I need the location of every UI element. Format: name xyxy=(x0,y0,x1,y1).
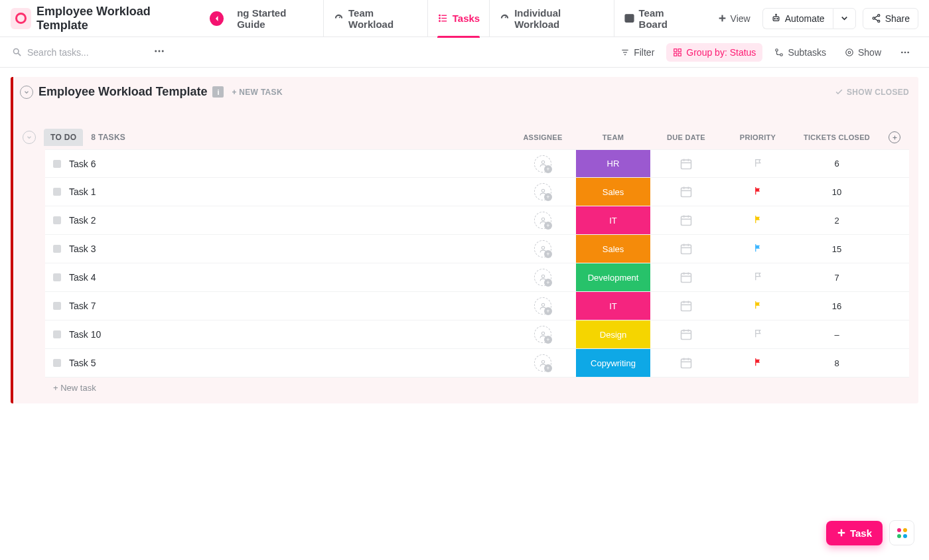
show-closed-button[interactable]: SHOW CLOSED xyxy=(835,88,909,97)
svg-rect-72 xyxy=(681,330,691,339)
section-new-task-button[interactable]: + NEW TASK xyxy=(232,88,282,97)
section-title: Employee Workload Template xyxy=(38,85,207,99)
task-name-cell[interactable]: Task 4 xyxy=(45,263,510,291)
due-date-button[interactable] xyxy=(679,157,693,171)
task-checkbox[interactable] xyxy=(53,245,61,253)
team-cell[interactable]: Sales xyxy=(576,235,650,263)
due-date-button[interactable] xyxy=(679,299,693,313)
due-date-button[interactable] xyxy=(679,214,693,227)
team-cell[interactable]: Development xyxy=(576,263,650,291)
table-header: TO DO 8 TASKS ASSIGNEE TEAM DUE DATE PRI… xyxy=(23,125,909,149)
tab-tasks[interactable]: Tasks xyxy=(427,0,489,37)
task-checkbox[interactable] xyxy=(53,188,61,196)
groupby-button[interactable]: Group by: Status xyxy=(666,43,762,62)
priority-flag-button[interactable] xyxy=(753,158,763,170)
priority-flag-button[interactable] xyxy=(753,186,763,198)
col-header-priority[interactable]: PRIORITY xyxy=(722,133,794,141)
add-column-button[interactable] xyxy=(889,131,900,143)
assignee-add-button[interactable]: + xyxy=(534,326,551,343)
priority-flag-button[interactable] xyxy=(753,328,763,340)
team-chip: Sales xyxy=(576,178,650,206)
label: View xyxy=(731,13,750,24)
tickets-cell[interactable]: 15 xyxy=(794,235,880,263)
assignee-add-button[interactable]: + xyxy=(534,354,551,372)
svg-rect-1 xyxy=(441,15,447,16)
assignee-add-button[interactable]: + xyxy=(534,297,551,315)
filter-button[interactable]: Filter xyxy=(614,43,661,62)
due-date-button[interactable] xyxy=(679,328,693,341)
priority-flag-button[interactable] xyxy=(753,300,763,312)
assignee-add-button[interactable]: + xyxy=(534,212,551,229)
status-collapse-button[interactable] xyxy=(23,131,36,144)
tab-team-board[interactable]: Team Board xyxy=(614,0,702,37)
assignee-add-button[interactable]: + xyxy=(534,269,551,286)
nav-prev-button[interactable] xyxy=(210,11,224,26)
priority-flag-button[interactable] xyxy=(753,357,763,369)
col-header-team[interactable]: TEAM xyxy=(576,133,650,141)
board-icon xyxy=(624,13,635,24)
team-cell[interactable]: HR xyxy=(576,150,650,177)
tickets-cell[interactable]: – xyxy=(794,320,880,348)
tickets-cell[interactable]: 10 xyxy=(794,178,880,206)
top-bar: Employee Workload Template ng Started Gu… xyxy=(0,0,929,37)
new-task-row-button[interactable]: + New task xyxy=(23,378,909,397)
task-name: Task 2 xyxy=(69,215,96,226)
section-collapse-button[interactable] xyxy=(20,86,33,99)
priority-flag-button[interactable] xyxy=(753,243,763,255)
priority-flag-button[interactable] xyxy=(753,271,763,283)
tickets-cell[interactable]: 7 xyxy=(794,263,880,291)
svg-rect-31 xyxy=(678,53,681,56)
due-date-button[interactable] xyxy=(679,185,693,198)
workspace-icon[interactable] xyxy=(11,8,31,29)
priority-flag-button[interactable] xyxy=(753,214,763,226)
team-cell[interactable]: Copywriting xyxy=(576,349,650,377)
assignee-add-button[interactable]: + xyxy=(534,155,551,173)
assignee-add-button[interactable]: + xyxy=(534,183,551,200)
automate-dropdown-button[interactable] xyxy=(833,8,856,29)
team-cell[interactable]: Sales xyxy=(576,178,650,206)
task-name-cell[interactable]: Task 5 xyxy=(45,349,510,377)
info-icon[interactable]: i xyxy=(212,86,224,98)
tickets-cell[interactable]: 8 xyxy=(794,349,880,377)
svg-point-76 xyxy=(541,360,544,363)
toolbar-more-button[interactable] xyxy=(893,43,917,62)
task-checkbox[interactable] xyxy=(53,273,61,281)
task-name-cell[interactable]: Task 2 xyxy=(45,206,510,234)
automate-button[interactable]: Automate xyxy=(762,8,833,29)
tickets-cell[interactable]: 2 xyxy=(794,206,880,234)
task-checkbox[interactable] xyxy=(53,330,61,338)
tab-getting-started[interactable]: ng Started Guide xyxy=(228,0,323,37)
col-header-assignee[interactable]: ASSIGNEE xyxy=(510,133,576,141)
share-button[interactable]: Share xyxy=(863,8,918,29)
task-checkbox[interactable] xyxy=(53,216,61,224)
due-date-button[interactable] xyxy=(679,242,693,255)
search-input[interactable] xyxy=(27,47,140,58)
tickets-cell[interactable]: 16 xyxy=(794,292,880,320)
task-checkbox[interactable] xyxy=(53,359,61,367)
col-header-due[interactable]: DUE DATE xyxy=(650,133,722,141)
due-date-button[interactable] xyxy=(679,356,693,370)
subtasks-button[interactable]: Subtasks xyxy=(768,43,833,62)
task-checkbox[interactable] xyxy=(53,302,61,310)
tab-individual-workload[interactable]: Individual Workload xyxy=(489,0,613,37)
task-name-cell[interactable]: Task 6 xyxy=(45,150,510,177)
task-name-cell[interactable]: Task 10 xyxy=(45,320,510,348)
task-name-cell[interactable]: Task 7 xyxy=(45,292,510,320)
team-cell[interactable]: Design xyxy=(576,320,650,348)
more-button[interactable] xyxy=(148,42,171,62)
assignee-add-button[interactable]: + xyxy=(534,240,551,257)
col-header-tickets[interactable]: TICKETS CLOSED xyxy=(794,133,880,141)
show-button[interactable]: Show xyxy=(838,43,888,62)
add-view-button[interactable]: View xyxy=(713,9,756,28)
task-name-cell[interactable]: Task 1 xyxy=(45,178,510,206)
tab-team-workload[interactable]: Team Workload xyxy=(323,0,427,37)
due-date-cell xyxy=(650,263,722,291)
team-cell[interactable]: IT xyxy=(576,292,650,320)
task-name-cell[interactable]: Task 3 xyxy=(45,235,510,263)
tickets-cell[interactable]: 6 xyxy=(794,150,880,177)
task-checkbox[interactable] xyxy=(53,160,61,168)
team-cell[interactable]: IT xyxy=(576,206,650,234)
task-rows: Task 6 + HR 6 Task 1 xyxy=(45,149,909,378)
due-date-button[interactable] xyxy=(679,271,693,284)
status-badge[interactable]: TO DO xyxy=(44,129,83,146)
